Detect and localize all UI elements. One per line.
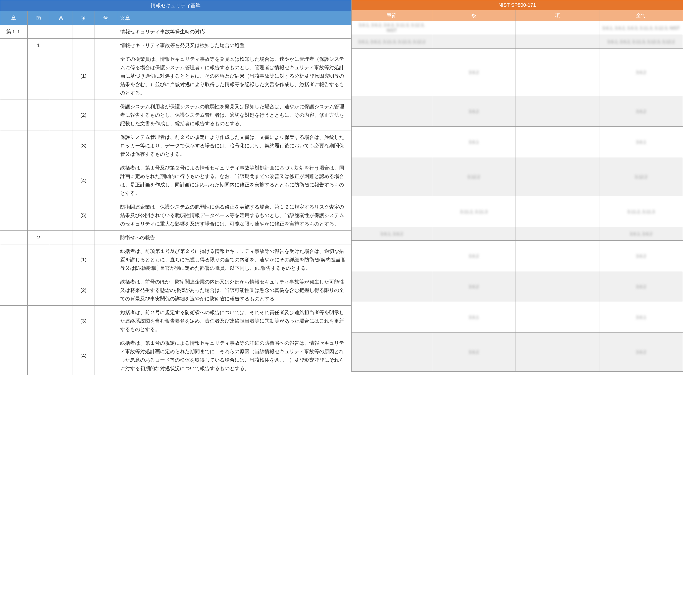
- hdr-c2: 条: [432, 10, 516, 21]
- hdr-kou: 項: [72, 11, 94, 25]
- cell-sho: [0, 306, 28, 336]
- cell-text: 総括者は、前項第１号及び第２号に掲げる情報セキュリティ事故等の報告を受けた場合は…: [117, 244, 351, 275]
- table-row: (5)防衛関連企業は、保護システムの脆弱性に係る修正を実施する場合、第１２に規定…: [0, 200, 351, 231]
- nist-cell: [516, 332, 599, 372]
- cell-setsu: [27, 275, 50, 306]
- nist-cell: 3.6.1: [432, 302, 516, 332]
- hdr-setsu: 節: [27, 11, 50, 25]
- blurred-value: 3.6.2: [636, 284, 646, 289]
- cell-sho: [0, 275, 28, 306]
- nist-cell: 3.12.2: [432, 157, 516, 196]
- nist-cell: 3.6.1, 3.6.2, 3.11.3, 3.12.3, 3.12.2: [351, 35, 432, 48]
- left-table: 情報セキュリティ基準 章 節 条 項 号 文章 第１１情報セキュリティ事故等発生…: [0, 0, 351, 375]
- hdr-sho: 章: [0, 11, 28, 25]
- cell-kou: [72, 25, 94, 39]
- cell-sho: [0, 336, 28, 375]
- cell-go: [94, 336, 117, 375]
- blurred-value: 3.6.1, 3.6.2: [630, 232, 652, 237]
- right-panel: NIST SP800-171 章節 条 項 全て 3.6.1, 3.6.2, 3…: [351, 0, 683, 375]
- blurred-value: 3.6.2: [636, 350, 646, 355]
- cell-sho: [0, 161, 28, 200]
- nist-cell: 3.6.1, 3.6.2: [351, 227, 432, 241]
- nist-cell: [432, 227, 516, 241]
- cell-text: 全ての従業員は、情報セキュリティ事故等を発見又は検知した場合は、速やかに管理者（…: [117, 52, 351, 100]
- nist-cell: [351, 271, 432, 302]
- cell-setsu: [27, 130, 50, 161]
- cell-text: 保護システム利用者が保護システムの脆弱性を発見又は探知した場合は、速やかに保護シ…: [117, 100, 351, 130]
- nist-cell: 3.6.2: [432, 332, 516, 372]
- nist-cell: 3.6.1, 3.6.2: [599, 227, 683, 241]
- cell-setsu: [27, 161, 50, 200]
- nist-cell: 3.6.1, 3.6.2, 3.11.3, 3.12.3, 3.12.2: [599, 35, 683, 48]
- right-title: NIST SP800-171: [351, 0, 683, 10]
- nist-cell: 3.6.2: [599, 96, 683, 127]
- table-row: 3.6.23.6.2: [351, 241, 683, 271]
- cell-go: [94, 200, 117, 231]
- cell-go: [94, 100, 117, 130]
- nist-cell: [516, 96, 599, 127]
- table-row: (2)総括者は、前号のほか、防衛関連企業の内部又は外部から情報セキュリティ事故等…: [0, 275, 351, 306]
- cell-text: 防衛省への報告: [117, 231, 351, 244]
- nist-cell: [516, 241, 599, 271]
- cell-sho: [0, 244, 28, 275]
- cell-setsu: １: [27, 39, 50, 52]
- table-row: 3.11.2, 3.11.33.11.2, 3.11.3: [351, 196, 683, 227]
- blurred-value: 3.6.2: [469, 284, 479, 289]
- nist-cell: [351, 127, 432, 157]
- table-row: 3.6.1, 3.6.2, 3.6.3, 3.11.3, 3.12.3, NIS…: [351, 21, 683, 35]
- cell-setsu: [27, 52, 50, 100]
- cell-kou: (2): [72, 275, 94, 306]
- cell-sho: [0, 231, 28, 244]
- cell-kou: (1): [72, 244, 94, 275]
- cell-sho: [0, 200, 28, 231]
- cell-go: [94, 244, 117, 275]
- blurred-value: 3.6.2: [636, 109, 646, 114]
- table-row: ２防衛省への報告: [0, 231, 351, 244]
- blurred-value: 3.6.2: [469, 70, 479, 75]
- nist-cell: [432, 35, 516, 48]
- cell-jo: [50, 52, 72, 100]
- nist-cell: 3.6.2: [432, 48, 516, 96]
- nist-cell: [351, 196, 432, 227]
- cell-text: 総括者は、第１号の規定による情報セキュリティ事故等の詳細の防衛省への報告は、情報…: [117, 336, 351, 375]
- cell-jo: [50, 306, 72, 336]
- cell-jo: [50, 161, 72, 200]
- nist-cell: [516, 196, 599, 227]
- nist-cell: [516, 127, 599, 157]
- cell-jo: [50, 244, 72, 275]
- cell-kou: (3): [72, 130, 94, 161]
- blurred-value: 3.6.1: [636, 140, 646, 145]
- nist-cell: [351, 241, 432, 271]
- cell-jo: [50, 336, 72, 375]
- cell-kou: (2): [72, 100, 94, 130]
- nist-cell: [432, 21, 516, 35]
- cell-kou: [72, 231, 94, 244]
- table-row: 3.6.1, 3.6.2, 3.11.3, 3.12.3, 3.12.23.6.…: [351, 35, 683, 48]
- nist-cell: [351, 157, 432, 196]
- table-row: (2)保護システム利用者が保護システムの脆弱性を発見又は探知した場合は、速やかに…: [0, 100, 351, 130]
- table-row: １情報セキュリティ事故等を発見又は検知した場合の処置: [0, 39, 351, 52]
- blurred-value: 3.11.2, 3.11.3: [460, 209, 487, 215]
- nist-cell: 3.6.1, 3.6.2, 3.6.3, 3.11.3, 3.12.3, NIS…: [351, 21, 432, 35]
- cell-jo: [50, 130, 72, 161]
- hdr-c1: 章節: [351, 10, 432, 21]
- nist-cell: [351, 96, 432, 127]
- table-row: 3.6.23.6.2: [351, 48, 683, 96]
- table-row: 3.6.13.6.1: [351, 302, 683, 332]
- right-table: NIST SP800-171 章節 条 項 全て 3.6.1, 3.6.2, 3…: [351, 0, 683, 372]
- cell-go: [94, 306, 117, 336]
- cell-go: [94, 275, 117, 306]
- nist-cell: [516, 227, 599, 241]
- nist-cell: [516, 302, 599, 332]
- cell-text: 防衛関連企業は、保護システムの脆弱性に係る修正を実施する場合、第１２に規定するリ…: [117, 200, 351, 231]
- nist-cell: 3.6.2: [432, 241, 516, 271]
- cell-kou: (4): [72, 336, 94, 375]
- nist-cell: 3.11.2, 3.11.3: [432, 196, 516, 227]
- nist-cell: 3.6.2: [599, 271, 683, 302]
- blurred-value: 3.6.1, 3.6.2: [381, 232, 403, 237]
- nist-cell: [516, 21, 599, 35]
- cell-go: [94, 130, 117, 161]
- table-row: (4)総括者は、第１号及び第２号による情報セキュリティ事故等対処計画に基づく対処…: [0, 161, 351, 200]
- table-row: 3.6.23.6.2: [351, 332, 683, 372]
- nist-cell: 3.6.2: [599, 241, 683, 271]
